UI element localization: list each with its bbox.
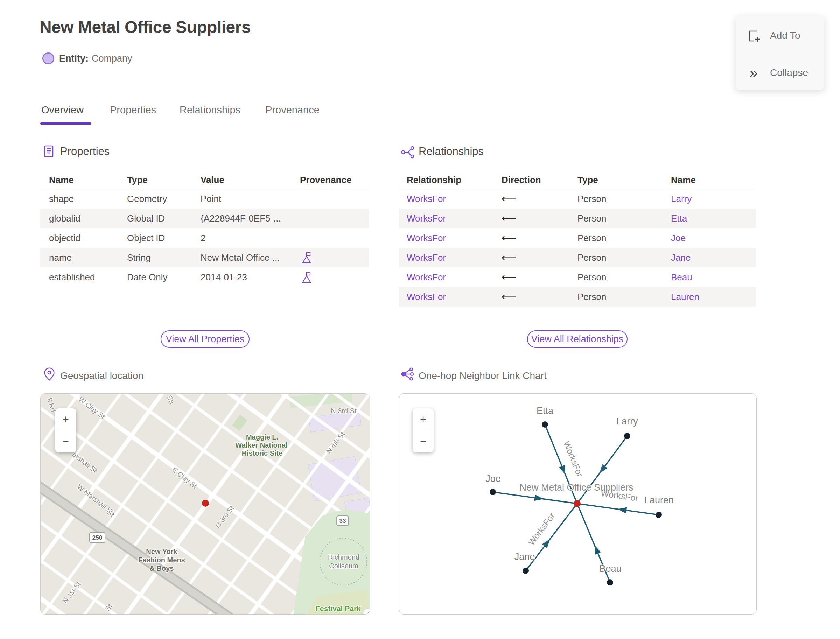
route-shield-label: 33 [339,518,346,524]
prop-value: 2 [200,228,205,248]
relationship-link[interactable]: WorksFor [407,189,446,208]
col-value: Value [200,172,224,188]
relationship-link[interactable]: WorksFor [407,228,446,248]
tab-relationships[interactable]: Relationships [180,104,240,116]
relationships-table-header: Relationship Direction Type Name [399,172,756,189]
prop-type: Global ID [127,208,165,228]
prop-type: Date Only [127,267,168,287]
center-node-label: New Metal Office Suppliers [519,482,633,493]
edge-label: WorksFor [526,511,557,547]
edge-arrowhead [592,544,601,555]
properties-section-title: Properties [60,145,110,158]
collapse-button[interactable]: » Collapse [736,62,824,84]
zoom-out-button[interactable]: − [413,431,434,452]
table-row: WorksFor ⟵ Person Joe [399,228,756,248]
zoom-in-button[interactable]: + [55,409,76,430]
relationship-link[interactable]: WorksFor [407,287,446,307]
tab-provenance[interactable]: Provenance [265,104,320,116]
properties-icon [42,144,56,160]
table-row: WorksFor ⟵ Person Etta [399,208,756,228]
direction-arrow: ⟵ [501,267,517,287]
table-row: name String New Metal Office ... [40,248,369,267]
entity-link[interactable]: Beau [671,267,692,287]
relationship-link[interactable]: WorksFor [407,248,446,267]
relationship-link[interactable]: WorksFor [407,208,446,228]
zoom-out-button[interactable]: − [55,431,76,452]
map-label: Festival Park [315,604,361,612]
graph-node-label: Beau [599,563,621,574]
col-direction: Direction [501,172,541,188]
prop-value: 2014-01-23 [200,267,247,287]
relationships-icon [400,145,415,161]
prop-name: globalid [49,208,81,228]
collapse-label: Collapse [770,67,808,78]
entity-info: Entity: Company [42,52,132,64]
graph-node[interactable] [607,579,613,585]
table-row: objectid Object ID 2 [40,228,369,248]
relationships-table: Relationship Direction Type Name WorksFo… [399,172,756,326]
graph-node-label: Joe [485,474,501,484]
collapse-icon: » [746,68,761,78]
map-canvas[interactable]: + − 25033 W Clay Stk RdSaarshall StW Mar… [40,393,370,615]
col-relationship: Relationship [407,172,461,188]
map-label: Richmond [328,553,360,561]
direction-arrow: ⟵ [501,208,517,228]
prop-type: Object ID [127,228,165,248]
link-chart-graph: WorksForWorksForWorksForEttaLarryJoeLaur… [399,394,756,614]
edge-arrowhead [597,464,608,475]
prop-type: String [127,248,151,267]
map-label: Coliseum [329,562,358,570]
add-to-icon [746,29,761,43]
map-label: N 3rd St [331,407,356,415]
map-label: Maggie L. [246,433,278,441]
col-provenance: Provenance [300,172,352,188]
graph-node[interactable] [542,421,548,428]
rel-type: Person [578,287,606,307]
graph-node[interactable] [523,567,529,574]
route-shield-label: 250 [92,534,102,541]
prop-name: objectid [49,228,81,248]
prop-type: Geometry [127,189,167,208]
link-chart-canvas[interactable]: + − WorksForWorksForWorksForEttaLarryJoe… [399,393,757,615]
graph-node-label: Jane [514,552,535,562]
relationship-link[interactable]: WorksFor [407,267,446,287]
entity-link[interactable]: Jane [671,248,690,267]
tab-overview[interactable]: Overview [41,104,84,116]
add-to-button[interactable]: Add To [736,24,824,47]
center-graph-node[interactable] [574,500,581,507]
edge-arrowhead [559,465,568,476]
basemap: 25033 W Clay Stk RdSaarshall StW Marshal… [41,394,370,614]
zoom-in-button[interactable]: + [413,409,434,430]
graph-node[interactable] [655,512,662,518]
prop-value: New Metal Office ... [200,248,280,267]
prop-name: shape [49,189,74,208]
provenance-icon[interactable] [301,251,312,265]
entity-type: Company [92,53,132,64]
table-row: shape Geometry Point [40,189,369,208]
prop-value: {A228944F-0EF5-... [200,208,281,228]
entity-link[interactable]: Larry [671,189,692,208]
table-row: established Date Only 2014-01-23 [40,267,369,287]
graph-node[interactable] [490,489,496,495]
map-label: Walker National [235,441,287,449]
table-row: WorksFor ⟵ Person Lauren [399,287,756,307]
entity-link[interactable]: Joe [671,228,686,248]
provenance-icon[interactable] [301,271,312,285]
tab-properties[interactable]: Properties [110,104,156,116]
view-all-relationships-button[interactable]: View All Relationships [527,331,628,348]
entity-link[interactable]: Lauren [671,287,699,307]
direction-arrow: ⟵ [501,189,517,208]
col-type: Type [578,172,598,188]
rel-type: Person [578,228,606,248]
table-row: WorksFor ⟵ Person Jane [399,248,756,267]
rel-type: Person [578,248,606,267]
table-row: globalid Global ID {A228944F-0EF5-... [40,208,369,228]
entity-link[interactable]: Etta [671,208,687,228]
graph-node[interactable] [624,433,630,439]
graph-node-label: Etta [536,405,554,416]
view-all-properties-button[interactable]: View All Properties [161,331,250,348]
direction-arrow: ⟵ [501,228,517,248]
geospatial-section-title: Geospatial location [60,370,143,381]
entity-label: Entity: [59,53,89,64]
map-label: & Boys [150,564,174,572]
